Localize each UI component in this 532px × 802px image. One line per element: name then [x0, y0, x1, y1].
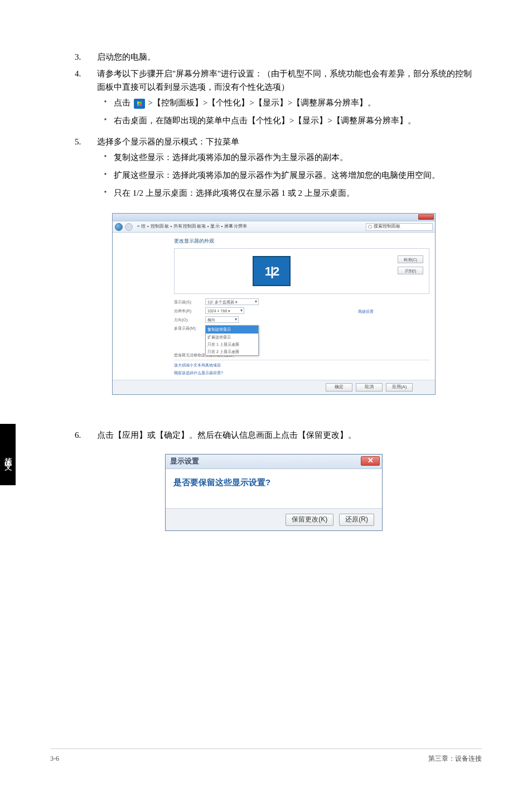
dialog-title: 显示设置 — [170, 456, 199, 467]
step-6: 6. 点击【应用】或【确定】。然后在确认信息画面上点击【保留更改】。 — [71, 428, 476, 442]
monitor-preview-icon[interactable]: 1|2 — [253, 256, 291, 286]
windows-start-icon — [134, 99, 145, 109]
window-left-pane — [113, 233, 168, 380]
bullet-text: 右击桌面，在随即出现的菜单中点击【个性化】>【显示】>【调整屏幕分辨率】。 — [114, 114, 476, 127]
language-side-tab: 简体中文 — [0, 424, 16, 485]
dropdown-option[interactable]: 只在 2 上显示桌面 — [206, 348, 258, 355]
step-text: 启动您的电脑。 — [97, 50, 476, 64]
field-label: 方向(O): — [174, 317, 200, 323]
display-row: 显示器(S): 1|2. 多个监视器 ▾ — [174, 298, 429, 305]
close-icon[interactable] — [418, 214, 434, 220]
field-label: 显示器(S): — [174, 299, 200, 305]
bullet-item: • 扩展这些显示：选择此项将添加的显示器作为扩展显示器。这将增加您的电脑使用空间… — [97, 168, 476, 182]
help-link[interactable]: 我应该选择什么显示器设置? — [174, 370, 429, 376]
instruction-list-cont: 6. 点击【应用】或【确定】。然后在确认信息画面上点击【保留更改】。 — [71, 428, 476, 442]
dialog-question: 是否要保留这些显示设置? — [173, 476, 374, 489]
bullet-item: • 点击 >【控制面板】>【个性化】>【显示】>【调整屏幕分辨率】。 — [97, 96, 476, 109]
orientation-dropdown[interactable]: 横向 — [205, 316, 239, 323]
advanced-settings-link[interactable]: 高级设置 — [358, 308, 374, 315]
window-titlebar — [113, 214, 435, 221]
cancel-button[interactable]: 取消 — [356, 383, 383, 392]
apply-button[interactable]: 应用(A) — [386, 383, 413, 392]
dropdown-option[interactable]: 只在 1 上显示桌面 — [206, 341, 258, 348]
window-nav-bar: « 控 • 控制面板 • 所有控制面板项 • 显示 • 屏幕分辨率 搜索控制面板 — [113, 221, 435, 233]
resolution-row: 分辨率(R): 1024 × 768 ▾ — [174, 307, 429, 314]
dropdown-option[interactable]: 复制这些显示 — [206, 326, 258, 333]
text-size-link[interactable]: 放大或缩小文本和其他项目 — [174, 362, 429, 368]
bullet-icon: • — [97, 96, 114, 109]
bullet-icon: • — [97, 168, 114, 182]
step-number: 5. — [71, 135, 97, 204]
search-placeholder: 搜索控制面板 — [374, 223, 400, 230]
divider — [174, 360, 429, 360]
bullet-text: 扩展这些显示：选择此项将添加的显示器作为扩展显示器。这将增加您的电脑使用空间。 — [114, 168, 476, 182]
page-footer: 3-6 第三章：设备连接 — [50, 748, 482, 764]
resolution-dropdown[interactable]: 1024 × 768 ▾ — [205, 307, 244, 314]
dialog-footer: 保留更改(K) 还原(R) — [166, 508, 382, 530]
multi-display-dropdown-open[interactable]: 复制这些显示 扩展这些显示 只在 1 上显示桌面 只在 2 上显示桌面 — [205, 325, 259, 356]
multi-display-row: 多显示器(M): 复制这些显示 扩展这些显示 只在 1 上显示桌面 只在 2 上… — [174, 325, 429, 331]
bullet-icon: • — [97, 114, 114, 127]
display-dropdown[interactable]: 1|2. 多个监视器 ▾ — [205, 298, 259, 305]
window-content: 更改显示器的外观 1|2 检测(C) 识别(I) 显示器(S): 1|2. 多个… — [168, 233, 435, 380]
bullet-item: • 右击桌面，在随即出现的菜单中点击【个性化】>【显示】>【调整屏幕分辨率】。 — [97, 114, 476, 127]
search-input[interactable]: 搜索控制面板 — [366, 223, 433, 231]
detect-button[interactable]: 检测(C) — [398, 255, 423, 263]
step-4: 4. 请参考以下步骤开启"屏幕分辨率"进行设置：（由于机型不同，系统功能也会有差… — [71, 67, 476, 132]
bullet-text: >【控制面板】>【个性化】>【显示】>【调整屏幕分辨率】。 — [148, 98, 376, 107]
bullet-text: 复制这些显示：选择此项将添加的显示器作为主显示器的副本。 — [114, 151, 476, 164]
dialog-titlebar: 显示设置 ✕ — [166, 455, 382, 469]
window-footer: 确定 取消 应用(A) — [113, 380, 435, 394]
bullet-icon: • — [97, 151, 114, 164]
step-3: 3. 启动您的电脑。 — [71, 50, 476, 64]
chapter-label: 第三章：设备连接 — [428, 753, 482, 764]
bullet-icon: • — [97, 186, 114, 200]
field-label: 分辨率(R): — [174, 308, 200, 314]
step-text: 点击【应用】或【确定】。然后在确认信息画面上点击【保留更改】。 — [97, 428, 476, 442]
identify-button[interactable]: 识别(I) — [398, 267, 423, 274]
forward-icon[interactable] — [125, 223, 133, 231]
dropdown-option[interactable]: 扩展这些显示 — [206, 334, 258, 341]
bullet-text: 点击 — [114, 98, 133, 107]
orientation-row: 方向(O): 横向 — [174, 316, 429, 323]
close-icon[interactable]: ✕ — [361, 456, 380, 466]
step-number: 4. — [71, 67, 97, 132]
field-label: 多显示器(M): — [174, 325, 200, 331]
step-text: 请参考以下步骤开启"屏幕分辨率"进行设置：（由于机型不同，系统功能也会有差异，部… — [97, 69, 472, 91]
bullet-item: • 复制这些显示：选择此项将添加的显示器作为主显示器的副本。 — [97, 151, 476, 164]
back-icon[interactable] — [115, 223, 123, 231]
step-text: 选择多个显示器的显示模式：下拉菜单 — [97, 137, 239, 146]
revert-button[interactable]: 还原(R) — [339, 514, 374, 526]
keep-changes-button[interactable]: 保留更改(K) — [286, 514, 333, 526]
breadcrumb[interactable]: « 控 • 控制面板 • 所有控制面板项 • 显示 • 屏幕分辨率 — [135, 223, 364, 230]
monitor-preview-box: 1|2 检测(C) 识别(I) — [174, 248, 429, 294]
step-number: 3. — [71, 50, 97, 64]
bullet-item: • 只在 1/2 上显示桌面：选择此项将仅在显示器 1 或 2 上显示桌面。 — [97, 186, 476, 200]
ok-button[interactable]: 确定 — [326, 383, 352, 392]
step-5: 5. 选择多个显示器的显示模式：下拉菜单 • 复制这些显示：选择此项将添加的显示… — [71, 135, 476, 204]
instruction-list: 3. 启动您的电脑。 4. 请参考以下步骤开启"屏幕分辨率"进行设置：（由于机型… — [71, 50, 476, 204]
page-body: 3. 启动您的电脑。 4. 请参考以下步骤开启"屏幕分辨率"进行设置：（由于机型… — [0, 0, 532, 531]
screenshot-screen-resolution-window: « 控 • 控制面板 • 所有控制面板项 • 显示 • 屏幕分辨率 搜索控制面板… — [112, 213, 436, 395]
dialog-body: 是否要保留这些显示设置? — [166, 469, 382, 508]
search-icon — [368, 225, 372, 229]
screenshot-display-settings-dialog: 显示设置 ✕ 是否要保留这些显示设置? 保留更改(K) 还原(R) — [165, 454, 383, 531]
page-number: 3-6 — [50, 753, 59, 764]
section-heading: 更改显示器的外观 — [174, 237, 429, 245]
bullet-text: 只在 1/2 上显示桌面：选择此项将仅在显示器 1 或 2 上显示桌面。 — [114, 186, 476, 200]
step-number: 6. — [71, 428, 97, 442]
